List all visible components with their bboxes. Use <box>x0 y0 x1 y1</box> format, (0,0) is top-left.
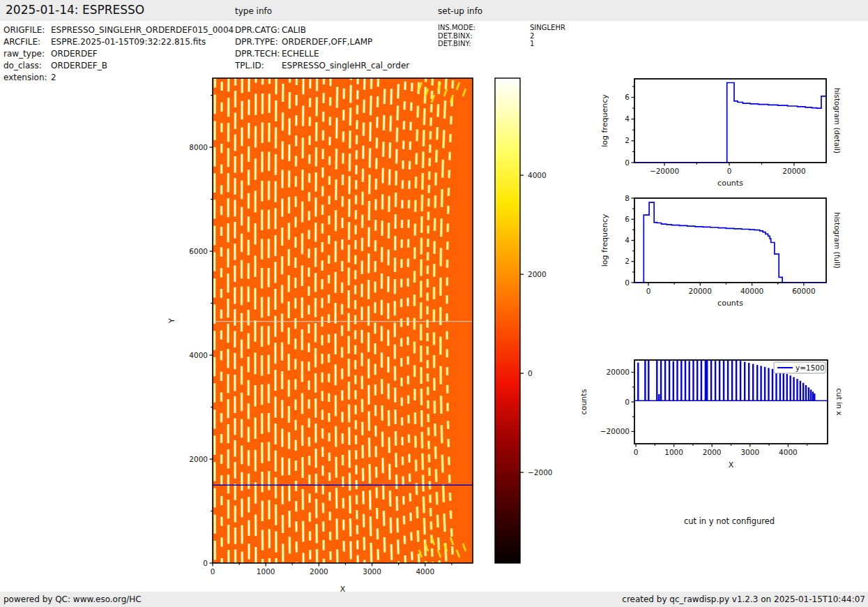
spike <box>752 364 754 401</box>
x-tick-label: 2000 <box>310 567 328 576</box>
histogram-line <box>634 202 826 283</box>
meta-label: DET.BINX: <box>438 32 530 40</box>
colorbar-tick-label: −2000 <box>528 468 553 477</box>
spike <box>676 361 678 401</box>
setup-info-block: INS.MODE:SINGLEHR DET.BINX:2 DET.BINY:1 <box>438 24 565 48</box>
spike <box>775 370 777 401</box>
spike <box>664 361 666 401</box>
meta-label: extension: <box>3 72 51 84</box>
metadata-row: ARCFILE:ESPRE.2025-01-15T09:32:22.815.fi… <box>3 36 234 48</box>
type-info-row: DPR.CATG:CALIB <box>235 24 409 36</box>
spike <box>805 385 807 400</box>
x-tick-label: 3000 <box>740 448 759 456</box>
spike <box>715 361 716 400</box>
meta-value: ORDERDEF <box>51 49 98 59</box>
spike <box>756 365 758 400</box>
spike <box>748 363 749 400</box>
setup-info-heading: set-up info <box>438 6 482 16</box>
image-area <box>213 78 473 563</box>
y-tick-label: 8 <box>625 194 630 202</box>
y-tick-label: 0 <box>625 398 630 406</box>
spike <box>706 361 708 401</box>
spike <box>644 361 646 401</box>
spike <box>772 369 773 401</box>
y-tick-label: 6000 <box>189 247 208 255</box>
spike <box>723 361 724 400</box>
spike <box>669 361 670 401</box>
x-tick-label: 20000 <box>782 167 805 175</box>
type-info-row: DPR.TYPE:ORDERDEF,OFF,LAMP <box>235 36 409 48</box>
right-axis-label: cut in x <box>835 388 844 415</box>
x-axis-label: counts <box>717 179 743 188</box>
type-info-block: DPR.CATG:CALIB DPR.TYPE:ORDERDEF,OFF,LAM… <box>235 24 409 72</box>
spike <box>796 379 798 400</box>
y-tick-label: 2000 <box>189 455 208 463</box>
x-tick-label: 4000 <box>416 567 434 576</box>
y-tick-label: 4 <box>625 114 630 123</box>
right-axis-label: histogram (detail) <box>833 88 842 153</box>
footer-right-text: created by qc_rawdisp.py v1.2.3 on 2025-… <box>622 594 865 604</box>
type-info-row: DPR.TECH:ECHELLE <box>235 48 409 60</box>
spike <box>802 383 804 401</box>
spike <box>790 375 791 400</box>
cut-in-y-note: cut in y not configured <box>625 516 834 526</box>
spike <box>760 366 761 400</box>
x-tick-label: 4000 <box>779 448 798 456</box>
colorbar-tick-label: 4000 <box>528 171 547 179</box>
spike <box>800 381 801 401</box>
spike <box>689 361 690 400</box>
type-info-heading: type info <box>235 6 272 16</box>
spike <box>705 361 706 401</box>
x-tick-label: 0 <box>634 448 639 456</box>
spike <box>779 371 781 400</box>
spike <box>680 361 682 400</box>
x-tick-label: 0 <box>646 287 651 295</box>
spike <box>736 360 737 400</box>
y-tick-label: 4 <box>625 236 630 244</box>
spike <box>701 361 702 401</box>
spike <box>814 394 815 400</box>
meta-label: ORIGFILE: <box>3 24 51 36</box>
spike <box>764 367 766 400</box>
legend-label: y=1500 <box>795 364 825 372</box>
y-tick-label: 0 <box>203 559 208 567</box>
x-tick-label: 0 <box>727 167 732 175</box>
meta-value: ESPRE.2025-01-15T09:32:22.815.fits <box>51 37 206 47</box>
x-tick-label: 1000 <box>257 567 275 576</box>
axes-frame <box>634 79 826 163</box>
x-tick-label: 20000 <box>689 287 712 295</box>
main-image-plot: 0100020003000400002000400060008000XY <box>157 70 492 600</box>
setup-info-row: DET.BINX:2 <box>438 32 565 40</box>
y-tick-label: 20000 <box>607 368 630 376</box>
spike <box>744 362 745 401</box>
meta-label: DET.BINY: <box>438 40 530 48</box>
meta-label: DPR.TECH: <box>235 48 282 60</box>
spike <box>658 394 660 400</box>
spike <box>808 387 809 400</box>
page-title: 2025-01-14: ESPRESSO <box>6 3 144 17</box>
meta-value: 1 <box>530 40 534 47</box>
spike <box>793 377 794 401</box>
x-tick-label: 40000 <box>740 287 763 295</box>
x-tick-label: −20000 <box>650 167 679 175</box>
meta-value: ESPRESSO_SINGLEHR_ORDERDEF015_0004 <box>51 25 234 35</box>
y-tick-label: 2 <box>625 136 630 144</box>
spike <box>783 373 784 400</box>
cut-in-x-plot: 01000200030004000−20000020000Xcountscut … <box>575 349 868 480</box>
meta-value: ECHELLE <box>282 49 319 59</box>
y-tick-label: 0 <box>625 278 630 287</box>
y-tick-label: 6 <box>625 93 630 101</box>
meta-value: ORDERDEF_B <box>51 61 107 70</box>
meta-value: ORDERDEF,OFF,LAMP <box>282 37 372 47</box>
colorbar-tick-label: 2000 <box>528 270 547 278</box>
spike <box>692 361 694 401</box>
x-axis-label: X <box>729 460 734 470</box>
meta-label: do_class: <box>3 60 51 72</box>
meta-label: INS.MODE: <box>438 24 530 32</box>
colorbar-tick-label: 0 <box>528 369 533 377</box>
meta-label: ARCFILE: <box>3 36 51 48</box>
footer-left-text: powered by QC: www.eso.org/HC <box>3 594 142 604</box>
meta-label: raw_type: <box>3 48 51 60</box>
x-axis-label: counts <box>717 299 743 308</box>
spike <box>710 361 712 401</box>
